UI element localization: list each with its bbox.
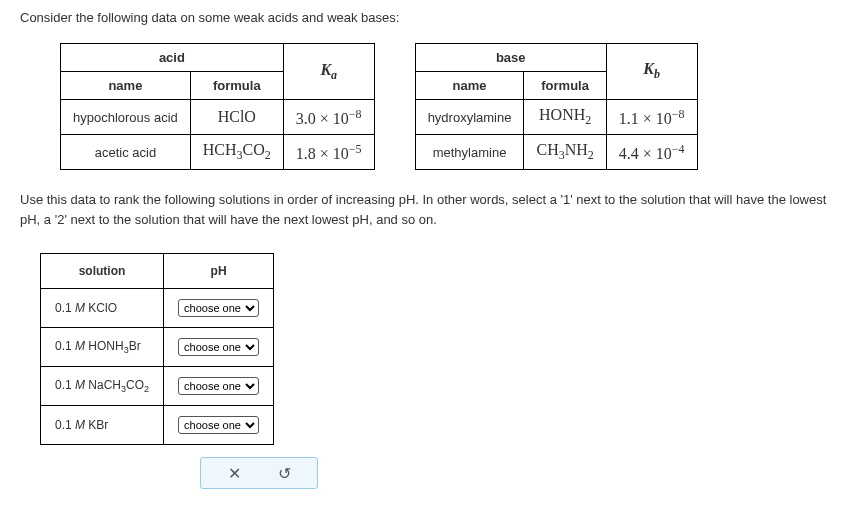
base-name-header: name (415, 72, 524, 100)
acid-name-header: name (61, 72, 191, 100)
solution-label: 0.1 M KClO (41, 289, 164, 328)
ph-select[interactable]: choose one (178, 416, 259, 434)
ph-col-header: pH (164, 254, 274, 289)
base-k-cell: 4.4 × 10−4 (606, 135, 697, 170)
data-tables-row: acid Ka name formula hypochlorous acid H… (60, 43, 832, 170)
acid-k-cell: 1.8 × 10−5 (283, 134, 374, 169)
acid-header: acid (61, 44, 284, 72)
acid-name-cell: acetic acid (61, 134, 191, 169)
solution-label: 0.1 M HONH3Br (41, 328, 164, 367)
base-name-cell: methylamine (415, 135, 524, 170)
table-row: 0.1 M NaCH3CO2 choose one (41, 367, 274, 406)
base-name-cell: hydroxylamine (415, 100, 524, 135)
table-row: hydroxylamine HONH2 1.1 × 10−8 (415, 100, 697, 135)
solution-table: solution pH 0.1 M KClO choose one 0.1 M … (40, 253, 274, 445)
reset-icon: ↺ (278, 464, 291, 483)
ph-select[interactable]: choose one (178, 377, 259, 395)
acid-formula-header: formula (190, 72, 283, 100)
close-icon: ✕ (228, 464, 241, 483)
instruction-text: Use this data to rank the following solu… (20, 190, 832, 229)
table-row: acetic acid HCH3CO2 1.8 × 10−5 (61, 134, 375, 169)
solution-label: 0.1 M NaCH3CO2 (41, 367, 164, 406)
action-bar: ✕ ↺ (200, 457, 318, 489)
base-formula-cell: CH3NH2 (524, 135, 606, 170)
base-table: base Kb name formula hydroxylamine HONH2… (415, 43, 698, 170)
table-row: methylamine CH3NH2 4.4 × 10−4 (415, 135, 697, 170)
acid-formula-cell: HCH3CO2 (190, 134, 283, 169)
base-header: base (415, 44, 606, 72)
ph-select[interactable]: choose one (178, 338, 259, 356)
acid-name-cell: hypochlorous acid (61, 100, 191, 135)
reset-button[interactable]: ↺ (275, 464, 293, 482)
solution-col-header: solution (41, 254, 164, 289)
acid-k-header: Ka (283, 44, 374, 100)
base-k-header: Kb (606, 44, 697, 100)
acid-k-cell: 3.0 × 10−8 (283, 100, 374, 135)
acid-formula-cell: HClO (190, 100, 283, 135)
close-button[interactable]: ✕ (225, 464, 243, 482)
solution-label: 0.1 M KBr (41, 406, 164, 445)
ph-select[interactable]: choose one (178, 299, 259, 317)
table-row: 0.1 M HONH3Br choose one (41, 328, 274, 367)
base-formula-cell: HONH2 (524, 100, 606, 135)
acid-table: acid Ka name formula hypochlorous acid H… (60, 43, 375, 170)
base-k-cell: 1.1 × 10−8 (606, 100, 697, 135)
intro-text: Consider the following data on some weak… (20, 10, 832, 25)
table-row: 0.1 M KClO choose one (41, 289, 274, 328)
table-row: hypochlorous acid HClO 3.0 × 10−8 (61, 100, 375, 135)
table-row: 0.1 M KBr choose one (41, 406, 274, 445)
base-formula-header: formula (524, 72, 606, 100)
